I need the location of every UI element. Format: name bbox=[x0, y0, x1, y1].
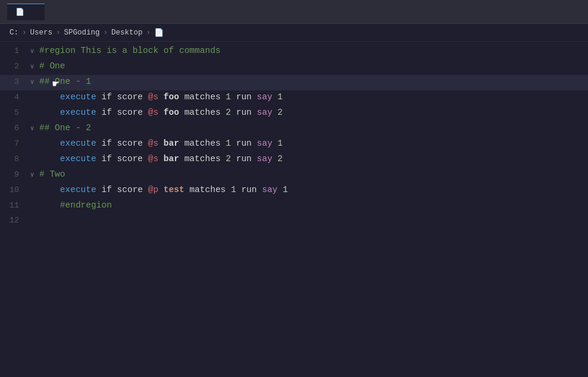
line: 11 #endregion bbox=[0, 199, 588, 214]
token: @s bbox=[148, 108, 158, 117]
token: @s bbox=[148, 139, 158, 148]
token bbox=[277, 185, 283, 194]
line: 4 execute if score @s foo matches 1 run … bbox=[0, 90, 588, 106]
line: 10 execute if score @p test matches 1 ru… bbox=[0, 183, 588, 199]
token: ## One - 2 bbox=[39, 123, 91, 133]
token: 1 bbox=[277, 92, 283, 102]
line-content: # One bbox=[37, 59, 65, 73]
token: bar bbox=[164, 154, 179, 164]
token bbox=[158, 185, 164, 194]
title-bar: 📄 bbox=[0, 0, 588, 24]
token: matches bbox=[179, 154, 226, 164]
breadcrumb-sep-2: › bbox=[56, 29, 61, 37]
line-content: execute if score @s bar matches 1 run sa… bbox=[37, 137, 283, 150]
token: run bbox=[231, 154, 257, 164]
line: 7 execute if score @s bar matches 1 run … bbox=[0, 137, 588, 152]
line: 3∨## One - 1☛ bbox=[0, 75, 588, 90]
token: matches bbox=[179, 92, 226, 102]
breadcrumb-drive: C: bbox=[10, 29, 18, 37]
token: say bbox=[257, 154, 273, 164]
line: 8 execute if score @s bar matches 2 run … bbox=[0, 152, 588, 168]
token: 1 bbox=[283, 185, 288, 194]
token: matches bbox=[184, 185, 231, 194]
line-number: 5 bbox=[0, 106, 27, 120]
token: matches bbox=[179, 139, 226, 148]
line: 9∨# Two bbox=[0, 168, 588, 183]
token: 1 bbox=[277, 139, 283, 148]
line-content: execute if score @s foo matches 1 run sa… bbox=[37, 90, 283, 104]
fold-arrow[interactable]: ∨ bbox=[27, 124, 37, 134]
fold-arrow[interactable]: ∨ bbox=[27, 46, 37, 57]
token bbox=[158, 92, 164, 102]
token: #region This is a block of commands bbox=[39, 46, 221, 55]
line-number: 3 bbox=[0, 76, 27, 89]
line-number: 9 bbox=[0, 168, 27, 181]
token: bar bbox=[164, 139, 179, 148]
line-number: 8 bbox=[0, 153, 27, 166]
line-number: 12 bbox=[0, 214, 27, 227]
breadcrumb-desktop: Desktop bbox=[111, 29, 143, 37]
line: 12 bbox=[0, 214, 588, 230]
token bbox=[39, 139, 60, 148]
line-content: ## One - 2 bbox=[37, 121, 91, 135]
token: execute bbox=[60, 154, 96, 164]
line-content: #region This is a block of commands bbox=[37, 44, 221, 58]
token: @p bbox=[148, 185, 158, 194]
fold-arrow[interactable]: ∨ bbox=[27, 62, 37, 73]
token bbox=[158, 108, 164, 117]
token: if score bbox=[96, 185, 148, 194]
breadcrumb-file: 📄 bbox=[154, 28, 167, 37]
token: test bbox=[164, 185, 184, 194]
token: 2 bbox=[226, 154, 231, 164]
breadcrumb-spgoding: SPGoding bbox=[64, 29, 100, 37]
token bbox=[39, 185, 60, 194]
token: 2 bbox=[277, 108, 283, 117]
token: @s bbox=[148, 154, 158, 164]
token: #endregion bbox=[60, 200, 112, 210]
token: if score bbox=[96, 154, 148, 164]
breadcrumb: C: › Users › SPGoding › Desktop › 📄 bbox=[0, 24, 588, 42]
line-content: # Two bbox=[37, 168, 65, 181]
token: 1 bbox=[226, 92, 231, 102]
breadcrumb-sep-3: › bbox=[104, 29, 108, 37]
editor: 1∨#region This is a block of commands2∨#… bbox=[0, 42, 588, 232]
token: # One bbox=[39, 61, 65, 71]
line: 5 execute if score @s foo matches 2 run … bbox=[0, 106, 588, 121]
line: 2∨# One bbox=[0, 59, 588, 75]
token: ## One - 1 bbox=[39, 77, 91, 86]
token: matches bbox=[179, 108, 226, 117]
token: say bbox=[257, 92, 273, 102]
token: # Two bbox=[39, 169, 65, 179]
token bbox=[39, 92, 60, 102]
tab[interactable]: 📄 bbox=[7, 4, 45, 20]
token: if score bbox=[96, 108, 148, 117]
token: run bbox=[231, 139, 257, 148]
token bbox=[39, 108, 60, 117]
token: foo bbox=[164, 108, 179, 117]
token: @s bbox=[148, 92, 158, 102]
line-number: 2 bbox=[0, 60, 27, 73]
line-number: 7 bbox=[0, 137, 27, 150]
breadcrumb-sep-1: › bbox=[22, 29, 27, 37]
breadcrumb-users: Users bbox=[30, 29, 53, 37]
token: execute bbox=[60, 185, 96, 194]
token: 2 bbox=[226, 108, 231, 117]
token: if score bbox=[96, 92, 148, 102]
token: execute bbox=[60, 108, 96, 117]
token: run bbox=[231, 92, 257, 102]
token: 1 bbox=[231, 185, 236, 194]
fold-arrow[interactable]: ∨ bbox=[27, 170, 37, 181]
token: 1 bbox=[226, 139, 231, 148]
token bbox=[158, 154, 164, 164]
line-content: execute if score @s bar matches 2 run sa… bbox=[37, 152, 283, 166]
token bbox=[39, 200, 60, 210]
fold-arrow[interactable]: ∨ bbox=[27, 77, 37, 88]
token: if score bbox=[96, 139, 148, 148]
line-content: ## One - 1 bbox=[37, 75, 91, 89]
token bbox=[39, 154, 60, 164]
line-number: 10 bbox=[0, 184, 27, 197]
token bbox=[158, 139, 164, 148]
breadcrumb-sep-4: › bbox=[146, 29, 151, 37]
line-number: 6 bbox=[0, 122, 27, 135]
breadcrumb-file-icon: 📄 bbox=[154, 28, 164, 37]
